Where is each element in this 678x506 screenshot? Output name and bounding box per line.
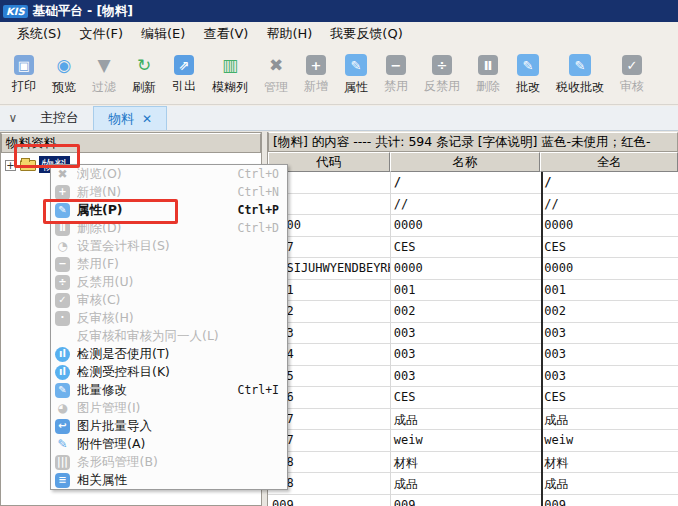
menu-item-icon-slot: ◔ [55,239,77,254]
batch-edit-button[interactable]: ✎批改 [508,51,548,99]
toolbar-button-label: 预览 [52,79,76,96]
add-icon: + [306,55,326,75]
menu-item-label: 附件管理(A) [77,436,279,453]
menubar-item-4[interactable]: 帮助(H) [257,23,321,45]
table-row[interactable]: 077weiwweiw [268,430,678,452]
toolbar-button-label: 属性 [344,79,368,96]
properties-icon: ✎ [345,54,367,76]
menubar-item-5[interactable]: 我要反馈(Q) [321,23,411,45]
menubar-item-0[interactable]: 系统(S) [8,23,70,45]
menu-item-icon-slot: ◕ [55,401,77,416]
toolbar-button-label: 审核 [620,78,644,95]
table-row[interactable]: 008材料材料 [268,452,678,474]
batch-edit-icon: ✎ [517,54,539,76]
chevron-down-icon[interactable]: ∨ [0,106,26,130]
column-header-2[interactable]: 全名 [540,152,678,172]
cell-fullname: 成品 [540,409,678,430]
toolbar-button-label: 批改 [516,79,540,96]
menubar-item-2[interactable]: 编辑(E) [132,23,194,45]
menu-item-label: 检测受控科目(K) [77,364,279,381]
column-divider [390,172,391,506]
table-row[interactable]: /// [268,172,678,194]
context-menu-item-related-properties[interactable]: ≡相关属性 [51,471,287,489]
cell-name: 0000 [390,215,541,236]
menu-item-label: 相关属性 [77,472,279,489]
table-body: /////////000000000000007CESCESOKSIJUHWYE… [268,172,678,506]
toolbar-button-label: 新增 [304,78,328,95]
cell-name: 001 [390,280,541,301]
account-setup-icon: ◔ [55,239,70,254]
context-menu-item-attachment-manage[interactable]: ✎附件管理(A) [51,435,287,453]
tab-主控台[interactable]: 主控台 [26,106,93,130]
table-row[interactable]: OKSIJUHWYENDBEYRH00000000 [268,258,678,280]
toolbar-button-label: 禁用 [384,78,408,95]
tab-物料[interactable]: 物料✕ [93,106,167,130]
table-row[interactable]: 003003003 [268,323,678,345]
table-row[interactable]: 006CESCES [268,387,678,409]
cell-name: CES [390,237,541,258]
export-button[interactable]: ⇗引出 [164,52,204,98]
cell-fullname: 003 [540,344,678,365]
manage-button[interactable]: ✖管理 [256,51,296,99]
fuzzy-column-icon: ▥ [219,54,241,76]
toolbar-button-label: 引出 [172,78,196,95]
tax-batch-edit-button[interactable]: ✎税收批改 [548,51,612,99]
context-menu-item-batch-modify[interactable]: ✎批量修改Ctrl+I [51,381,287,399]
context-menu-item-check-controlled-account[interactable]: ıl检测受控科目(K) [51,363,287,381]
toolbar-button-label: 删除 [476,78,500,95]
column-divider-dark [541,172,543,506]
un-disable-button[interactable]: ÷反禁用 [416,52,468,98]
add-button[interactable]: +新增 [296,52,336,98]
menu-item-shortcut: Ctrl+O [237,167,279,181]
close-icon[interactable]: ✕ [142,112,152,126]
context-menu-item-image-batch-import[interactable]: ↩图片批量导入 [51,417,287,435]
cell-fullname: 成品 [540,473,678,494]
cell-name: CES [390,387,541,408]
toolbar-button-label: 税收批改 [556,79,604,96]
table-row[interactable]: 007成品成品 [268,409,678,431]
properties-button[interactable]: ✎属性 [336,51,376,99]
fuzzy-column-button[interactable]: ▥模糊列 [204,51,256,99]
table-row[interactable]: 005003003 [268,366,678,388]
refresh-button[interactable]: ↻刷新 [124,51,164,99]
table-row[interactable]: 088成品成品 [268,473,678,495]
menu-item-label: 新增(N) [77,184,231,201]
table-row[interactable]: 002002002 [268,301,678,323]
cell-fullname: 002 [540,301,678,322]
delete-button[interactable]: Ⅱ删除 [468,52,508,98]
cell-name: / [390,172,541,193]
menu-item-label: 条形码管理(B) [77,454,279,471]
menu-item-icon-slot: · [55,311,77,326]
cell-fullname: 009 [540,495,678,506]
table-row[interactable]: 001001001 [268,280,678,302]
menubar-item-1[interactable]: 文件(F) [70,23,132,45]
add-icon: + [55,185,70,200]
menubar-item-3[interactable]: 查看(V) [194,23,257,45]
table-row[interactable]: 000000000000 [268,215,678,237]
preview-button[interactable]: ◉预览 [44,51,84,99]
filter-button[interactable]: ▼过滤 [84,51,124,99]
un-audit-icon: · [55,311,70,326]
disable-button[interactable]: −禁用 [376,52,416,98]
audit-icon: ✓ [55,293,70,308]
cell-fullname: 材料 [540,452,678,473]
table-row[interactable]: 004003003 [268,344,678,366]
material-list-panel: [物料] 的内容 ---- 共计: 594 条记录 [字体说明] 蓝色-未使用；… [267,132,678,506]
tab-bar: ∨ 主控台物料✕ [0,106,678,131]
column-header-1[interactable]: 名称 [390,152,541,172]
table-row[interactable]: 009009009 [268,495,678,506]
cell-fullname: CES [540,387,678,408]
table-row[interactable]: 007CESCES [268,237,678,259]
cell-name: 成品 [390,409,541,430]
menu-item-shortcut: Ctrl+N [237,185,279,199]
menu-item-icon-slot: ↩ [55,419,77,434]
toolbar-button-label: 模糊列 [212,79,248,96]
print-button[interactable]: ▣打印 [4,52,44,98]
table-row[interactable]: ////// [268,194,678,216]
context-menu-item-check-usage[interactable]: ıl检测是否使用(T) [51,345,287,363]
image-batch-import-icon: ↩ [55,419,70,434]
audit-button[interactable]: ✓审核 [612,52,652,98]
tax-batch-edit-icon: ✎ [569,54,591,76]
cell-fullname: / [540,172,678,193]
export-icon: ⇗ [174,55,194,75]
